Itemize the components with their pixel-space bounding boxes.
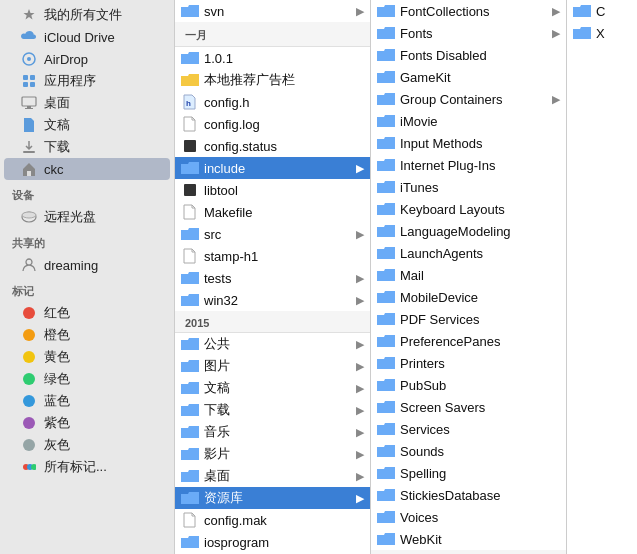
file-item[interactable]: Spelling [371,462,566,484]
file-item[interactable]: Keyboard Layouts [371,198,566,220]
file-item[interactable]: Fonts Disabled [371,44,566,66]
disclosure-arrow-icon: ▶ [356,338,364,351]
sidebar-item-label: 蓝色 [44,392,70,410]
file-name: config.mak [204,513,364,528]
shared-icon [20,256,38,274]
col3-file-item[interactable]: X [567,22,637,44]
disclosure-arrow-icon: ▶ [356,426,364,439]
file-item[interactable]: 本地推荐广告栏 [175,69,370,91]
file-item[interactable]: PubSub [371,374,566,396]
sidebar-item-yellow[interactable]: 黄色 [4,346,170,368]
file-item[interactable]: config.log [175,113,370,135]
file-item[interactable]: Printers [371,352,566,374]
file-item[interactable]: Input Methods [371,132,566,154]
file-item[interactable]: PDF Services [371,308,566,330]
file-item[interactable]: FontCollections▶ [371,0,566,22]
sidebar-item-icloud[interactable]: iCloud Drive [4,26,170,48]
generic-file-icon [181,249,199,263]
sidebar-item-documents[interactable]: 文稿 [4,114,170,136]
file-name: stamp-h1 [204,249,364,264]
sidebar-item-red[interactable]: 红色 [4,302,170,324]
sidebar-item-green[interactable]: 绿色 [4,368,170,390]
file-name: WebKit [400,532,560,547]
sidebar-item-all-tags[interactable]: 所有标记... [4,456,170,478]
file-item[interactable]: win32▶ [175,289,370,311]
file-name: Sounds [400,444,560,459]
file-item[interactable]: 下载▶ [175,399,370,421]
folder-icon [377,158,395,172]
folder-icon [181,403,199,417]
file-item[interactable]: StickiesDatabase [371,484,566,506]
file-item[interactable]: Internet Plug-Ins [371,154,566,176]
file-item[interactable]: GameKit [371,66,566,88]
file-item[interactable]: include▶ [175,157,370,179]
file-item[interactable]: 图片▶ [175,355,370,377]
file-item[interactable]: Fonts▶ [371,22,566,44]
folder-icon [181,293,199,307]
file-item[interactable]: config.mak [175,509,370,531]
file-item[interactable]: 影片▶ [175,443,370,465]
file-item[interactable]: WebKit [371,528,566,550]
sidebar-item-downloads[interactable]: 下载 [4,136,170,158]
file-item[interactable]: stamp-h1 [175,245,370,267]
shared-header: 共享的 [0,228,174,254]
sidebar-item-label: 我的所有文件 [44,6,122,24]
sidebar-item-desktop[interactable]: 桌面 [4,92,170,114]
file-item[interactable]: tests▶ [175,267,370,289]
sidebar-item-label: 黄色 [44,348,70,366]
folder-icon [377,378,395,392]
generic-file-icon [181,513,199,527]
col3-file-item[interactable]: C [567,0,637,22]
file-item[interactable]: iosprogram [175,531,370,553]
file-item[interactable]: Group Containers▶ [371,88,566,110]
file-item[interactable]: LaunchAgents [371,242,566,264]
sidebar-item-gray[interactable]: 灰色 [4,434,170,456]
file-item[interactable]: 公共▶ [175,333,370,355]
file-item[interactable]: Sounds [371,440,566,462]
file-item[interactable]: Screen Savers [371,396,566,418]
file-item[interactable]: Mail [371,264,566,286]
disclosure-arrow-icon: ▶ [356,360,364,373]
file-name: FontCollections [400,4,548,19]
sidebar-item-all-files[interactable]: 我的所有文件 [4,4,170,26]
file-item[interactable]: LanguageModeling [371,220,566,242]
file-item[interactable]: 桌面▶ [175,465,370,487]
file-item[interactable]: Services [371,418,566,440]
file-name: svn [204,4,352,19]
folder-icon [573,4,591,18]
folder-icon [573,26,591,40]
sidebar-item-dreaming[interactable]: dreaming [4,254,170,276]
file-item[interactable]: src▶ [175,223,370,245]
sidebar-item-apps[interactable]: 应用程序 [4,70,170,92]
file-item[interactable]: libtool [175,179,370,201]
sidebar-item-airdrop[interactable]: AirDrop [4,48,170,70]
file-name: 图片 [204,357,352,375]
sidebar-item-orange[interactable]: 橙色 [4,324,170,346]
file-item[interactable]: 文稿▶ [175,377,370,399]
sidebar-item-ckc[interactable]: ckc [4,158,170,180]
svg-point-14 [23,329,35,341]
sidebar-item-remote-disk[interactable]: 远程光盘 [4,206,170,228]
file-item[interactable]: hconfig.h [175,91,370,113]
section-header: 一月 [175,22,370,47]
sidebar-item-blue[interactable]: 蓝色 [4,390,170,412]
file-item[interactable]: 资源库▶ [175,487,370,509]
file-item[interactable]: MobileDevice [371,286,566,308]
folder-icon [181,469,199,483]
sidebar-item-purple[interactable]: 紫色 [4,412,170,434]
apps-icon [20,72,38,90]
folder-icon [377,356,395,370]
file-item[interactable]: svn▶ [175,0,370,22]
file-item[interactable]: PreferencePanes [371,330,566,352]
file-item[interactable]: iMovie [371,110,566,132]
sidebar-item-label: 橙色 [44,326,70,344]
file-item[interactable]: 1.0.1 [175,47,370,69]
column-2: FontCollections▶Fonts▶Fonts DisabledGame… [371,0,567,554]
file-item[interactable]: config.status [175,135,370,157]
file-name: iTunes [400,180,560,195]
file-item[interactable]: Makefile [175,201,370,223]
file-item[interactable]: 音乐▶ [175,421,370,443]
file-item[interactable]: Voices [371,506,566,528]
blue-tag-icon [20,392,38,410]
file-item[interactable]: iTunes [371,176,566,198]
